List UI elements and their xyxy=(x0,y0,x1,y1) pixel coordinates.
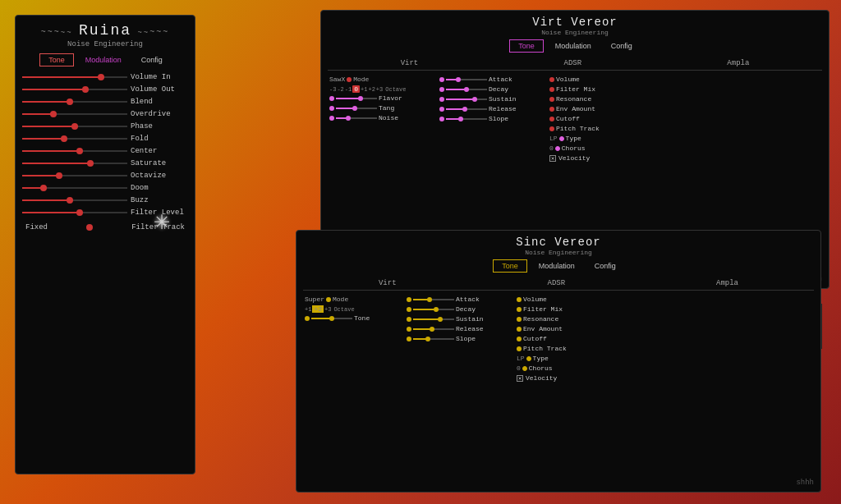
ruina-subtitle: Noise Engineering xyxy=(22,40,188,48)
ruina-tab-tone[interactable]: Tone xyxy=(39,53,74,66)
cutoff-dot xyxy=(549,117,554,121)
slider-track[interactable] xyxy=(22,199,127,201)
sinc-sustain-slider[interactable] xyxy=(413,318,454,320)
virt-section-headers: Virt ADSR Ampla xyxy=(328,59,822,71)
ruina-tab-config[interactable]: Config xyxy=(133,53,171,66)
minus1-oct[interactable]: -1 xyxy=(345,86,352,93)
sinc-velocity-label: Velocity xyxy=(526,374,557,382)
plus2-oct[interactable]: +2 xyxy=(368,86,375,93)
sinc-slope-row: Slope xyxy=(407,335,510,342)
slider-track[interactable] xyxy=(22,113,127,115)
sinc-tab-tone[interactable]: Tone xyxy=(493,259,527,273)
sinc-volume-row: Volume xyxy=(517,296,812,303)
minus2-oct[interactable]: -2 xyxy=(337,86,343,93)
sinc-section-adsr: ADSR xyxy=(547,279,565,287)
sinc-tab-config[interactable]: Config xyxy=(586,259,624,273)
velocity-checkbox[interactable]: ✕ xyxy=(549,155,556,162)
sinc-super-label: Super xyxy=(305,296,324,303)
volume-dot xyxy=(549,77,554,82)
sinc-tab-modulation[interactable]: Modulation xyxy=(531,259,583,273)
decay-row: Decay xyxy=(439,85,543,93)
sinc-decay-dot xyxy=(407,307,411,312)
slider-track[interactable] xyxy=(22,212,127,213)
star-decoration: ✳ xyxy=(145,204,178,237)
noise-label: Noise xyxy=(379,114,398,121)
type-radio[interactable] xyxy=(559,136,564,141)
velocity-label: Velocity xyxy=(558,154,590,162)
sinc-sustain-row: Sustain xyxy=(407,315,510,323)
sinc-slope-slider[interactable] xyxy=(413,338,454,340)
decay-dot xyxy=(439,87,444,92)
decay-slider[interactable] xyxy=(446,89,487,90)
sinc-super-row: Super Mode xyxy=(305,296,400,303)
sinc-release-dot xyxy=(407,327,411,332)
tang-row: Tang xyxy=(329,104,433,112)
sinc-plus2-oct[interactable]: +2 xyxy=(312,305,324,313)
release-slider[interactable] xyxy=(446,108,487,110)
sinc-attack-slider[interactable] xyxy=(413,299,454,300)
noise-slider[interactable] xyxy=(336,117,377,119)
sinc-filter-mix-dot xyxy=(517,307,522,312)
virt-tab-config[interactable]: Config xyxy=(603,39,641,53)
sinc-resonance-dot xyxy=(517,317,522,322)
mode-dot xyxy=(347,77,352,82)
slider-track[interactable] xyxy=(22,163,127,164)
slider-track[interactable] xyxy=(22,76,127,78)
sinc-env-amount-dot xyxy=(517,327,522,332)
slider-track[interactable] xyxy=(22,187,127,189)
slope-label: Slope xyxy=(489,115,508,122)
sinc-octave-label: Octave xyxy=(333,306,354,313)
attack-slider[interactable] xyxy=(446,79,487,80)
plus1-oct[interactable]: +1 xyxy=(361,86,367,93)
slider-track[interactable] xyxy=(22,89,127,90)
sinc-pitch-track-dot xyxy=(517,346,522,351)
chorus-radio[interactable] xyxy=(555,146,560,151)
sinc-velocity-checkbox[interactable]: ✕ xyxy=(517,375,523,382)
sinc-section-ampla: Ampla xyxy=(716,279,738,287)
slope-slider[interactable] xyxy=(446,118,487,120)
slider-track[interactable] xyxy=(22,101,127,103)
sinc-filter-mix-row: Filter Mix xyxy=(517,305,812,313)
decay-label: Decay xyxy=(489,85,508,93)
minus3-oct[interactable]: -3 xyxy=(329,86,336,93)
slider-overdrive: Overdrive xyxy=(22,110,188,118)
volume-row: Volume xyxy=(549,76,820,83)
slider-doom: Doom xyxy=(22,184,188,192)
slider-track[interactable] xyxy=(22,138,127,140)
ruina-tab-modulation[interactable]: Modulation xyxy=(77,53,130,66)
mode-label: Mode xyxy=(353,76,369,83)
ruina-tab-bar: Tone Modulation Config xyxy=(22,53,188,66)
sinc-plus1-oct[interactable]: +1 xyxy=(305,306,311,313)
plus3-oct[interactable]: +3 xyxy=(376,86,383,93)
filter-mix-dot xyxy=(549,87,554,92)
tang-slider[interactable] xyxy=(336,108,377,109)
attack-dot xyxy=(439,77,444,82)
release-row: Release xyxy=(439,105,543,112)
sinc-type-radio[interactable] xyxy=(526,356,531,361)
octave-row: -3 -2 -1 0 +1 +2 +3 Octave xyxy=(329,85,433,93)
sinc-tone-dot xyxy=(305,316,310,321)
0-oct[interactable]: 0 xyxy=(352,85,360,93)
sustain-slider[interactable] xyxy=(446,99,487,100)
slider-center: Center xyxy=(22,147,188,155)
virt-tab-modulation[interactable]: Modulation xyxy=(547,39,600,53)
sinc-slope-label: Slope xyxy=(456,335,476,342)
sinc-release-slider[interactable] xyxy=(413,328,454,330)
slider-track[interactable] xyxy=(22,150,127,152)
sinc-tone-slider[interactable] xyxy=(311,318,352,319)
slider-buzz: Buzz xyxy=(22,196,188,204)
sinc-decay-slider[interactable] xyxy=(413,309,454,310)
virt-tab-tone[interactable]: Tone xyxy=(509,39,544,53)
flavor-slider[interactable] xyxy=(336,98,377,99)
sinc-volume-dot xyxy=(517,297,522,302)
sinc-filter-mix-label: Filter Mix xyxy=(523,305,563,313)
slider-track[interactable] xyxy=(22,175,127,176)
sinc-cutoff-dot xyxy=(517,337,522,341)
slider-track[interactable] xyxy=(22,126,127,127)
sinc-attack-row: Attack xyxy=(407,296,510,303)
slope-row: Slope xyxy=(439,115,543,122)
sinc-plus3-oct[interactable]: +3 xyxy=(324,306,331,313)
cutoff-row: Cutoff xyxy=(549,115,820,122)
sinc-chorus-radio[interactable] xyxy=(522,366,527,371)
section-ampla: Ampla xyxy=(727,59,749,67)
